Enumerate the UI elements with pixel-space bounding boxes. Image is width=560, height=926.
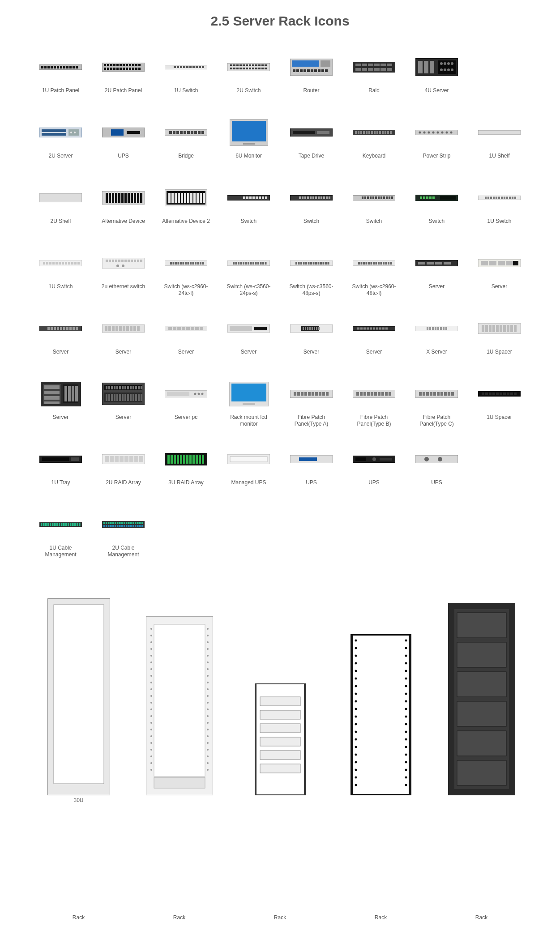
svg-rect-236	[487, 197, 489, 199]
svg-rect-498	[433, 392, 436, 396]
svg-rect-604	[137, 522, 139, 524]
x-server-icon	[415, 315, 458, 342]
svg-rect-91	[374, 64, 380, 66]
1u-spacer-b-icon	[478, 380, 521, 408]
svg-rect-409	[445, 327, 447, 330]
svg-rect-42	[183, 66, 185, 68]
svg-rect-437	[114, 386, 115, 389]
svg-rect-176	[137, 193, 139, 203]
svg-point-653	[150, 708, 152, 710]
svg-rect-6	[57, 66, 59, 68]
svg-rect-198	[259, 196, 261, 199]
icon-switch-ws-c3560-48ps-s: Switch (ws-c3560-48ps-s)	[283, 249, 340, 315]
icon-2u-switch: 2U Switch	[220, 53, 278, 119]
svg-rect-724	[457, 613, 506, 638]
svg-rect-195	[249, 196, 252, 199]
svg-rect-376	[200, 327, 203, 330]
power-strip-icon	[415, 119, 458, 146]
svg-rect-378	[230, 326, 252, 331]
svg-rect-284	[190, 262, 192, 265]
svg-rect-597	[121, 522, 123, 524]
svg-point-666	[207, 749, 209, 751]
server-h-icon	[353, 315, 395, 342]
svg-rect-80	[304, 69, 306, 72]
svg-rect-514	[514, 393, 517, 395]
svg-rect-99	[387, 68, 392, 71]
svg-point-689	[405, 662, 407, 665]
icon-ups-d: UPS	[408, 445, 466, 511]
svg-rect-312	[310, 262, 312, 265]
icon-label: UPS	[118, 153, 129, 167]
svg-rect-451	[111, 394, 113, 401]
svg-rect-446	[138, 386, 140, 389]
svg-rect-561	[61, 523, 63, 526]
svg-rect-70	[255, 68, 257, 69]
svg-rect-525	[134, 456, 138, 462]
icon-label: 2U Patch Panel	[105, 87, 142, 102]
svg-rect-9	[66, 66, 68, 68]
svg-point-671	[150, 769, 152, 771]
svg-point-159	[437, 132, 439, 134]
svg-rect-66	[243, 68, 245, 69]
svg-rect-151	[385, 131, 386, 134]
svg-rect-400	[385, 328, 388, 330]
svg-rect-45	[192, 66, 195, 68]
icon-label: 1U Switch	[174, 87, 198, 102]
icon-2u-patch-panel: 2U Patch Panel	[95, 53, 152, 119]
svg-rect-124	[173, 131, 175, 134]
icon-3u-raid-array: 3U RAID Array	[158, 445, 215, 511]
icon-switch-a: Switch	[220, 184, 278, 249]
svg-rect-280	[180, 262, 182, 265]
svg-rect-88	[355, 64, 361, 66]
svg-rect-529	[171, 455, 173, 464]
svg-rect-453	[116, 394, 118, 401]
switch-ws-c2960-48tc-l-icon	[353, 249, 395, 277]
svg-rect-567	[74, 523, 76, 526]
svg-rect-505	[482, 393, 484, 395]
svg-rect-382	[303, 327, 304, 330]
svg-rect-428	[64, 386, 67, 401]
svg-point-649	[150, 695, 152, 697]
svg-rect-2	[44, 66, 47, 68]
rack-label: Rack	[32, 914, 126, 921]
svg-point-467	[201, 393, 204, 395]
svg-rect-557	[52, 523, 54, 526]
rack-e-icon	[448, 585, 515, 795]
svg-rect-347	[47, 327, 50, 330]
svg-rect-265	[118, 260, 120, 262]
svg-rect-175	[134, 193, 136, 203]
svg-point-707	[405, 731, 407, 733]
svg-rect-287	[197, 262, 199, 265]
svg-point-273	[116, 265, 119, 267]
svg-rect-553	[43, 523, 45, 526]
svg-point-710	[355, 746, 357, 748]
svg-rect-249	[46, 262, 48, 265]
svg-rect-513	[510, 393, 513, 395]
svg-rect-288	[200, 262, 201, 265]
svg-rect-411	[482, 325, 484, 332]
svg-rect-169	[115, 193, 117, 203]
svg-rect-58	[255, 64, 257, 66]
svg-rect-539	[202, 455, 204, 464]
svg-rect-563	[65, 523, 67, 526]
svg-rect-94	[355, 68, 361, 71]
svg-rect-477	[312, 392, 314, 396]
svg-rect-316	[320, 262, 322, 265]
svg-rect-434	[106, 386, 107, 389]
svg-rect-610	[110, 525, 112, 527]
svg-rect-611	[112, 525, 114, 527]
icon-6u-monitor: 6U Monitor	[220, 119, 278, 184]
icon-4u-server: 4U Server	[408, 53, 466, 119]
svg-point-161	[446, 132, 448, 134]
svg-rect-7	[60, 66, 62, 68]
svg-rect-628	[154, 624, 205, 777]
svg-rect-429	[68, 386, 71, 401]
rack-label: Rack	[233, 914, 327, 921]
svg-rect-63	[233, 68, 235, 69]
icon-server-b: Server	[471, 249, 528, 315]
svg-rect-327	[373, 262, 375, 265]
svg-rect-200	[265, 196, 267, 199]
svg-rect-177	[140, 193, 142, 203]
svg-rect-55	[246, 64, 248, 66]
svg-rect-90	[368, 64, 373, 66]
